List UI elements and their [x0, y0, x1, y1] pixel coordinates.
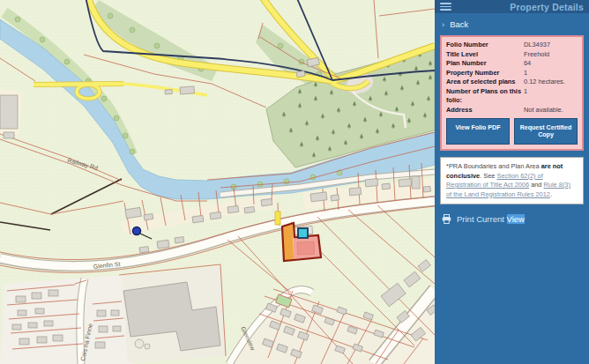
view-folio-pdf-button[interactable]: View Folio PDF — [446, 118, 510, 145]
property-details-panel: Property Details Back Folio Number DL349… — [435, 0, 589, 364]
info-row: Folio Number DL34937 — [446, 41, 578, 50]
map-canvas[interactable]: Railway Rd Glenfin St Cois na Finne Glen… — [0, 0, 435, 364]
print-label: Print Current View — [457, 214, 525, 224]
menu-icon[interactable] — [440, 3, 451, 11]
folio-info-box: Folio Number DL34937 Title Level Freehol… — [440, 35, 584, 151]
print-current-view-button[interactable]: Print Current View — [442, 214, 582, 224]
address-value: Not available. — [524, 106, 578, 115]
info-row: Plan Number 64 — [446, 59, 578, 69]
info-row: Area of selected plans 0.12 hectares. — [446, 78, 578, 87]
print-label-selection: View — [507, 214, 525, 224]
request-certified-copy-button[interactable]: Request Certified Copy — [514, 118, 578, 145]
property-number-value: 1 — [524, 69, 578, 78]
panel-header: Property Details — [435, 0, 589, 13]
chevron-right-icon — [442, 19, 444, 29]
area-value: 0.12 hectares. — [524, 78, 578, 87]
panel-title: Property Details — [510, 2, 584, 12]
info-row: Property Number 1 — [446, 69, 578, 78]
plan-number-value: 64 — [524, 59, 578, 69]
title-level-value: Freehold — [524, 50, 578, 60]
gate-marker — [275, 212, 280, 225]
disclaimer-box: *PRA Boundaries and Plan Area are not co… — [440, 157, 584, 204]
info-row: Address Not available. — [446, 106, 578, 115]
info-row: Number of Plans on this folio: 1 — [446, 87, 578, 106]
pra-map-viewer: Railway Rd Glenfin St Cois na Finne Glen… — [0, 0, 589, 364]
folio-number-value: DL34937 — [524, 41, 578, 50]
plans-count-value: 1 — [524, 87, 578, 106]
printer-icon — [442, 214, 451, 224]
back-label: Back — [450, 19, 468, 29]
selected-plan-marker[interactable] — [298, 228, 308, 238]
back-button[interactable]: Back — [435, 13, 589, 32]
info-row: Title Level Freehold — [446, 50, 578, 60]
